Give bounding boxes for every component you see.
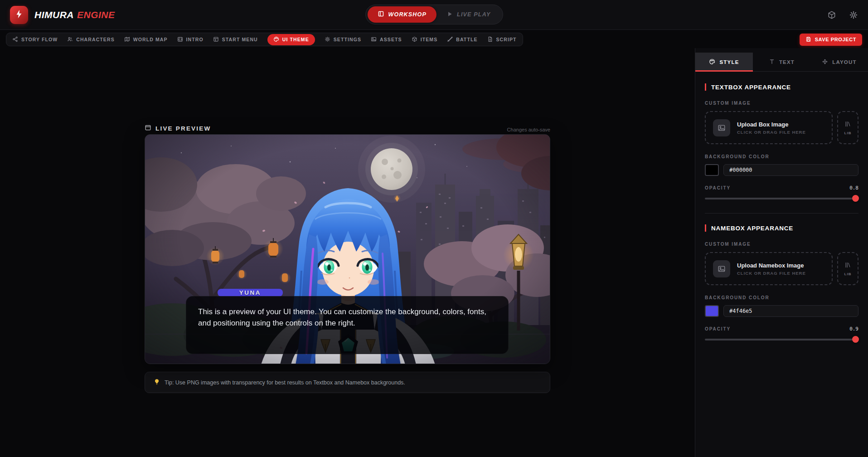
nav-ui-theme[interactable]: UI THEME [267, 34, 315, 45]
nav-start-menu[interactable]: START MENU [213, 36, 258, 43]
textbox-opacity-value: 0.8 [849, 185, 858, 191]
package-icon[interactable] [827, 10, 836, 19]
gear-icon[interactable] [849, 10, 858, 19]
live-play-mode-button[interactable]: LIVE PLAY [436, 6, 500, 23]
share-icon [12, 36, 18, 43]
tab-layout[interactable]: LAYOUT [810, 53, 868, 71]
preview-textbox: This is a preview of your UI theme. You … [186, 296, 509, 354]
background-color-label: BACKGROUND COLOR [705, 154, 858, 159]
save-icon [805, 36, 811, 43]
move-icon [822, 58, 828, 66]
box-icon [412, 36, 417, 43]
namebox-library-button[interactable]: LIB [837, 252, 858, 285]
slider-thumb[interactable] [852, 336, 859, 343]
palette-icon [709, 58, 715, 66]
opacity-label: OPACITY [705, 326, 731, 331]
section-textbox-appearance: TEXTBOX APPEARANCE [705, 83, 858, 91]
lightbulb-icon [154, 379, 160, 386]
preview-icon [145, 124, 151, 132]
gear-icon [325, 36, 330, 43]
workshop-icon [377, 10, 384, 19]
workspace: LIVE PREVIEW Changes auto-save [0, 48, 695, 457]
workshop-mode-button[interactable]: WORKSHOP [367, 6, 436, 23]
sword-icon [447, 36, 453, 43]
nav-battle[interactable]: BATTLE [447, 36, 477, 43]
tip-banner: Tip: Use PNG images with transparency fo… [145, 372, 550, 393]
image-icon [713, 119, 730, 136]
textbox-opacity-slider[interactable] [705, 195, 858, 202]
film-icon [177, 36, 183, 43]
custom-image-label: CUSTOM IMAGE [705, 101, 858, 106]
library-icon [844, 121, 851, 129]
window-icon [213, 36, 219, 43]
section-divider [705, 213, 858, 214]
app-header: HIMURAENGINE WORKSHOP LIVE PLAY [0, 0, 868, 30]
namebox-color-swatch[interactable] [705, 305, 719, 317]
namebox-color-input[interactable] [723, 305, 858, 317]
save-project-button[interactable]: SAVE PROJECT [800, 34, 862, 46]
custom-image-label: CUSTOM IMAGE [705, 242, 858, 247]
textbox-color-input[interactable] [723, 164, 858, 176]
mode-toggle: WORKSHOP LIVE PLAY [365, 5, 503, 24]
live-preview-title: LIVE PREVIEW [145, 124, 211, 132]
brand-title: HIMURAENGINE [34, 10, 115, 20]
namebox-opacity-value: 0.9 [849, 326, 858, 332]
nav-items[interactable]: ITEMS [412, 36, 438, 43]
library-icon [844, 262, 851, 270]
textbox-upload-dropzone[interactable]: Upload Box Image CLICK OR DRAG FILE HERE [705, 111, 833, 144]
slider-thumb[interactable] [852, 195, 859, 202]
users-icon [67, 36, 73, 43]
textbox-library-button[interactable]: LIB [837, 111, 858, 144]
play-icon [446, 11, 453, 19]
section-namebox-appearance: NAMEBOX APPEARANCE [705, 224, 858, 232]
main-nav: STORY FLOW CHARACTERS WORLD MAP INTRO ST… [0, 31, 868, 48]
nav-assets[interactable]: ASSETS [371, 36, 402, 43]
nav-story-flow[interactable]: STORY FLOW [12, 36, 58, 43]
app-logo [10, 6, 28, 24]
nav-script[interactable]: SCRIPT [487, 36, 517, 43]
nav-settings[interactable]: SETTINGS [325, 36, 361, 43]
tab-text[interactable]: TEXT [753, 53, 810, 71]
preview-namebox: YUNA [218, 289, 283, 297]
live-preview-canvas: YUNA This is a preview of your UI theme.… [145, 134, 550, 364]
textbox-color-swatch[interactable] [705, 164, 719, 176]
file-icon [487, 36, 493, 43]
style-panel: STYLE TEXT LAYOUT TEXTBOX APPEARANCE CUS… [695, 48, 868, 457]
palette-icon [273, 36, 279, 43]
autosave-note: Changes auto-save [507, 127, 550, 132]
namebox-opacity-slider[interactable] [705, 336, 858, 343]
background-color-label: BACKGROUND COLOR [705, 295, 858, 300]
image-icon [713, 260, 730, 277]
nav-world-map[interactable]: WORLD MAP [124, 36, 168, 43]
map-icon [124, 36, 130, 43]
text-icon [769, 58, 775, 66]
nav-characters[interactable]: CHARACTERS [67, 36, 115, 43]
nav-intro[interactable]: INTRO [177, 36, 204, 43]
tab-style[interactable]: STYLE [695, 53, 753, 71]
preview-dialogue-text: This is a preview of your UI theme. You … [198, 306, 496, 329]
namebox-upload-dropzone[interactable]: Upload Namebox Image CLICK OR DRAG FILE … [705, 252, 833, 285]
lightning-icon [14, 9, 24, 21]
image-icon [371, 36, 377, 43]
opacity-label: OPACITY [705, 185, 731, 190]
